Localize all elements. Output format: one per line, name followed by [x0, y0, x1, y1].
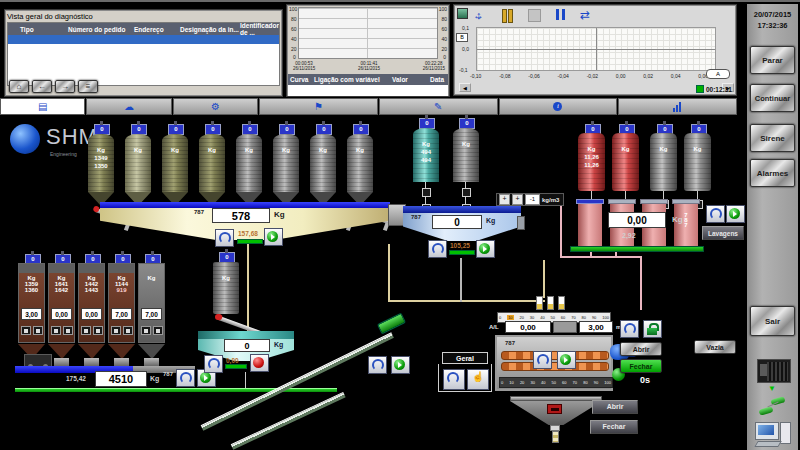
- diagnostics-table-header: Tipo Número do pedido Endereço Designaçã…: [8, 23, 279, 35]
- tab-settings[interactable]: ⚙: [173, 98, 258, 115]
- scope-ytick: 0,1: [462, 25, 469, 31]
- scope-app-icon: [457, 8, 468, 19]
- density-value[interactable]: -1: [525, 194, 540, 205]
- scope-plot[interactable]: [476, 27, 716, 71]
- start-icon[interactable]: [476, 240, 495, 258]
- scope-marker-a[interactable]: A: [706, 69, 730, 79]
- source-list-icon[interactable]: ≡: [78, 80, 98, 93]
- scale-tag: 787: [194, 209, 204, 215]
- mixer-open-button[interactable]: Abrir: [620, 342, 662, 356]
- pipe-pink: [640, 256, 642, 310]
- discharge-feeder[interactable]: [144, 358, 159, 366]
- back-arrow-icon[interactable]: ←: [32, 80, 52, 93]
- silo-mode-button[interactable]: [93, 326, 103, 335]
- discharge-open-button[interactable]: Abrir: [592, 400, 638, 414]
- scroll-left-icon[interactable]: ◀: [459, 83, 471, 92]
- pan-icon[interactable]: ↔↕: [472, 7, 488, 23]
- alarms-button[interactable]: Alarmes: [750, 159, 795, 187]
- auto-mode-icon[interactable]: [533, 351, 552, 369]
- mixer-body[interactable]: 787 0102030405060708090100: [495, 335, 613, 391]
- silo-mode-button[interactable]: [111, 326, 121, 335]
- silo-mode-button[interactable]: [51, 326, 61, 335]
- tab-recipes[interactable]: ☁: [86, 98, 171, 115]
- scale-d-unit: Kg: [150, 375, 159, 382]
- auto-mode-icon[interactable]: [176, 369, 195, 387]
- pause-icon[interactable]: [553, 7, 569, 23]
- start-icon[interactable]: [391, 356, 410, 374]
- scope-marker-b[interactable]: B: [456, 33, 468, 42]
- col-endereco[interactable]: Endereço: [134, 26, 180, 33]
- silo-mode-button[interactable]: [21, 326, 31, 335]
- start-icon[interactable]: [557, 351, 576, 369]
- discharge-close-button[interactable]: Fechar: [590, 420, 638, 434]
- trend-ytick: 40: [291, 36, 297, 42]
- trend-legend-body[interactable]: [288, 85, 448, 96]
- hand-mode-icon[interactable]: ☝: [467, 369, 489, 390]
- home-icon[interactable]: ⌂: [9, 80, 29, 93]
- auto-mode-icon[interactable]: [706, 205, 725, 223]
- scale-d-value: 4510: [95, 371, 147, 387]
- selected-row[interactable]: [8, 35, 279, 45]
- start-icon[interactable]: [726, 205, 745, 223]
- lock-icon[interactable]: [643, 320, 662, 338]
- scope-status-time: 00:12:31: [706, 86, 732, 93]
- exit-button[interactable]: Sair: [750, 306, 795, 336]
- valve-icon[interactable]: [462, 188, 471, 197]
- start-icon[interactable]: [264, 228, 283, 246]
- dosing-nozzle: [536, 296, 543, 310]
- increment-icon[interactable]: +: [512, 194, 523, 205]
- trend-ytick: 40: [441, 36, 447, 42]
- auto-mode-icon[interactable]: [428, 240, 447, 258]
- stop-button[interactable]: Parar: [750, 46, 795, 74]
- tab-maintenance[interactable]: ✎: [379, 98, 498, 115]
- discharge-feeder[interactable]: [114, 358, 129, 366]
- inclined-conveyor[interactable]: [231, 392, 346, 450]
- scale-c-unit: Kg: [672, 215, 683, 224]
- increment-icon[interactable]: +: [499, 194, 510, 205]
- hopper-top-bar: [198, 331, 294, 339]
- document-icon: ▤: [38, 102, 47, 112]
- auto-mode-icon[interactable]: [368, 356, 387, 374]
- siren-button[interactable]: Sirene: [750, 124, 795, 152]
- auto-mode-icon[interactable]: [620, 320, 639, 338]
- silo-setpoint: 7,00: [141, 308, 162, 320]
- mixer-empty-button[interactable]: Vazia: [694, 340, 736, 354]
- auto-mode-icon[interactable]: [215, 229, 234, 247]
- valve-icon[interactable]: [422, 188, 431, 197]
- pipe-beige: [388, 300, 545, 302]
- diagnostics-table[interactable]: Tipo Número do pedido Endereço Designaçã…: [7, 22, 280, 86]
- silo-mode-button[interactable]: [81, 326, 91, 335]
- forward-arrow-icon[interactable]: →: [55, 80, 75, 93]
- scale-b-value: 0: [432, 215, 482, 229]
- mixer-close-button[interactable]: Fechar: [620, 359, 662, 373]
- silo-mode-button[interactable]: [123, 326, 133, 335]
- silo-mode-button[interactable]: [33, 326, 43, 335]
- scale-a-target: 157,68: [238, 230, 258, 237]
- auto-mode-icon[interactable]: [443, 369, 465, 390]
- tab-overview[interactable]: ▤: [0, 98, 85, 115]
- col-tipo[interactable]: Tipo: [20, 26, 68, 33]
- tab-reports[interactable]: ⚑: [259, 98, 378, 115]
- adjust-axes-icon[interactable]: [499, 7, 515, 23]
- stop-icon[interactable]: [250, 354, 269, 372]
- silo-mode-button[interactable]: [141, 326, 151, 335]
- trend-ytick: 60: [441, 26, 447, 32]
- col-designacao[interactable]: Designação da in...: [180, 26, 240, 33]
- silo-mode-button[interactable]: [153, 326, 163, 335]
- col-identificador[interactable]: Identificador de ...: [240, 22, 279, 36]
- disabled-tool-icon: [526, 7, 542, 23]
- wash-button[interactable]: Lavagens: [702, 226, 744, 240]
- mixer-level-value: 0,00: [505, 321, 551, 333]
- discharge-feeder[interactable]: [84, 358, 99, 366]
- discharge-feeder[interactable]: [54, 358, 69, 366]
- continue-button[interactable]: Continuar: [750, 84, 795, 112]
- auto-mode-icon[interactable]: [204, 355, 223, 373]
- tab-statistics[interactable]: [618, 98, 737, 115]
- tab-info[interactable]: i: [499, 98, 618, 115]
- scope-ytick: -0,1: [459, 67, 468, 73]
- col-numero-pedido[interactable]: Número do pedido: [68, 26, 134, 33]
- transfer-icon[interactable]: ⇄: [580, 7, 596, 23]
- trend-plot[interactable]: [298, 7, 438, 59]
- diagnostics-panel: Vista geral do diagnóstico Tipo Número d…: [4, 9, 283, 97]
- silo-mode-button[interactable]: [63, 326, 73, 335]
